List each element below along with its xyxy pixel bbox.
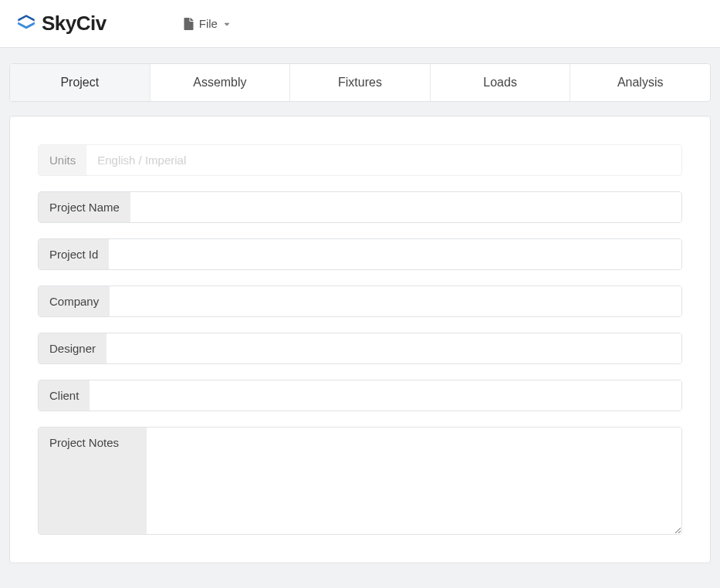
skyciv-logo-icon <box>15 13 37 35</box>
project-id-label: Project Id <box>39 239 109 269</box>
tab-label: Fixtures <box>338 76 382 89</box>
file-menu[interactable]: File <box>184 17 231 30</box>
project-notes-row: Project Notes <box>38 427 682 535</box>
project-name-row: Project Name <box>38 191 682 223</box>
units-row: Units English / Imperial <box>38 144 682 176</box>
top-bar: SkyCiv File <box>0 0 720 48</box>
tab-label: Analysis <box>617 76 664 89</box>
workspace: Project Assembly Fixtures Loads Analysis… <box>0 48 720 579</box>
tabs-bar: Project Assembly Fixtures Loads Analysis <box>9 63 711 102</box>
tab-loads[interactable]: Loads <box>431 64 571 101</box>
client-label: Client <box>39 380 90 411</box>
tab-analysis[interactable]: Analysis <box>570 64 710 101</box>
project-id-row: Project Id <box>38 238 682 270</box>
brand-logo: SkyCiv <box>15 12 106 35</box>
units-label: Units <box>39 145 86 175</box>
project-notes-label: Project Notes <box>39 427 147 534</box>
file-icon <box>184 18 194 30</box>
project-panel: Units English / Imperial Project Name Pr… <box>9 116 711 563</box>
tab-label: Project <box>60 76 99 89</box>
tab-project[interactable]: Project <box>10 64 150 101</box>
client-row: Client <box>38 380 682 411</box>
designer-input[interactable] <box>106 333 681 363</box>
designer-label: Designer <box>39 333 106 363</box>
project-id-input[interactable] <box>109 239 681 269</box>
file-menu-label: File <box>199 17 218 30</box>
tab-label: Loads <box>483 76 517 89</box>
brand-name: SkyCiv <box>42 12 106 35</box>
units-value: English / Imperial <box>86 145 681 175</box>
chevron-down-icon <box>223 20 231 28</box>
project-name-input[interactable] <box>130 192 681 222</box>
client-input[interactable] <box>90 380 681 411</box>
company-label: Company <box>39 286 110 316</box>
tab-assembly[interactable]: Assembly <box>150 64 291 101</box>
project-notes-input[interactable] <box>147 427 681 534</box>
tab-fixtures[interactable]: Fixtures <box>290 64 431 101</box>
project-name-label: Project Name <box>39 192 130 222</box>
tab-label: Assembly <box>193 76 246 89</box>
company-row: Company <box>38 286 682 317</box>
designer-row: Designer <box>38 333 682 364</box>
company-input[interactable] <box>110 286 681 316</box>
